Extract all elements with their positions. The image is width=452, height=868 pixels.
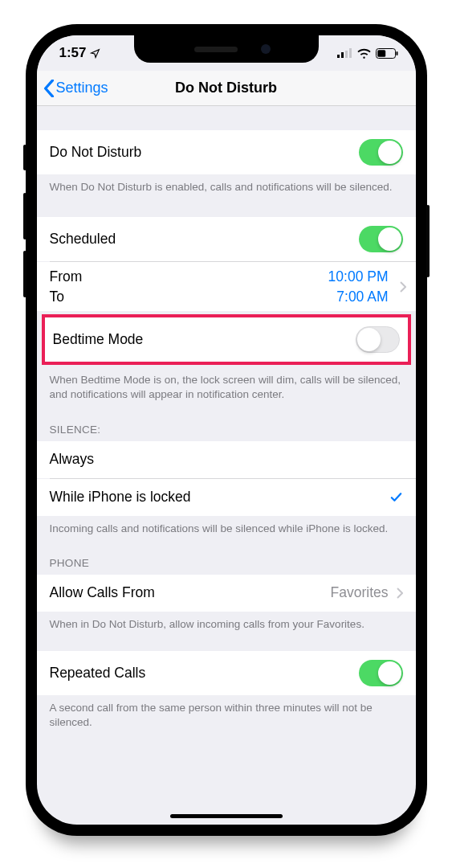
location-icon <box>90 48 100 59</box>
dnd-toggle[interactable] <box>359 139 403 166</box>
back-button[interactable]: Settings <box>37 80 108 97</box>
allow-calls-footer: When in Do Not Disturb, allow incoming c… <box>37 612 416 640</box>
schedule-from-label: From <box>50 267 83 287</box>
silence-always-row[interactable]: Always <box>37 441 416 478</box>
page-title: Do Not Disturb <box>175 80 277 96</box>
phone-header: PHONE <box>37 544 416 575</box>
wifi-icon <box>357 48 371 59</box>
scheduled-row[interactable]: Scheduled <box>37 217 416 261</box>
silence-footer: Incoming calls and notifications will be… <box>37 516 416 544</box>
screen: 1:57 <box>37 35 416 825</box>
scheduled-label: Scheduled <box>50 231 116 248</box>
silence-header: SILENCE: <box>37 411 416 441</box>
chevron-right-icon <box>397 588 403 599</box>
power-button <box>426 205 430 277</box>
allow-calls-row[interactable]: Allow Calls From Favorites <box>37 575 416 612</box>
bedtime-label: Bedtime Mode <box>53 331 144 348</box>
allow-calls-value: Favorites <box>331 584 389 601</box>
nav-bar: Settings Do Not Disturb <box>37 71 416 106</box>
silence-locked-label: While iPhone is locked <box>50 489 191 506</box>
bedtime-footer: When Bedtime Mode is on, the lock screen… <box>37 365 416 410</box>
bedtime-row[interactable]: Bedtime Mode <box>45 317 408 362</box>
svg-rect-1 <box>341 52 344 58</box>
svg-rect-0 <box>337 55 340 58</box>
notch <box>134 35 319 63</box>
dnd-row[interactable]: Do Not Disturb <box>37 130 416 174</box>
repeated-calls-label: Repeated Calls <box>50 665 146 682</box>
allow-calls-label: Allow Calls From <box>50 584 155 601</box>
settings-content[interactable]: Do Not Disturb When Do Not Disturb is en… <box>37 106 416 825</box>
repeated-calls-row[interactable]: Repeated Calls <box>37 651 416 695</box>
volume-down-button <box>23 251 26 297</box>
silence-locked-row[interactable]: While iPhone is locked <box>37 479 416 516</box>
schedule-time-row[interactable]: From To 10:00 PM 7:00 AM <box>37 262 416 311</box>
bedtime-highlight: Bedtime Mode <box>42 314 411 365</box>
repeated-calls-toggle[interactable] <box>359 660 403 686</box>
svg-rect-6 <box>396 51 397 55</box>
svg-rect-2 <box>345 51 348 58</box>
chevron-right-icon <box>400 281 406 293</box>
dnd-label: Do Not Disturb <box>50 144 142 161</box>
scheduled-toggle[interactable] <box>359 226 403 252</box>
silence-always-label: Always <box>50 451 94 468</box>
checkmark-icon <box>389 490 403 504</box>
mute-switch <box>23 145 26 170</box>
battery-icon <box>376 48 398 59</box>
schedule-to-label: To <box>50 287 83 307</box>
volume-up-button <box>23 193 26 240</box>
back-label: Settings <box>56 80 108 96</box>
svg-rect-5 <box>377 50 385 57</box>
repeated-calls-footer: A second call from the same person withi… <box>37 695 416 746</box>
home-indicator[interactable] <box>170 814 283 818</box>
status-time: 1:57 <box>59 45 87 61</box>
dnd-footer: When Do Not Disturb is enabled, calls an… <box>37 174 416 203</box>
phone-frame: 1:57 <box>26 24 427 836</box>
svg-rect-3 <box>349 48 352 58</box>
schedule-to-value: 7:00 AM <box>328 287 389 307</box>
cellular-icon <box>337 48 352 58</box>
bedtime-toggle[interactable] <box>356 326 400 353</box>
schedule-from-value: 10:00 PM <box>328 267 389 287</box>
chevron-left-icon <box>43 80 55 97</box>
